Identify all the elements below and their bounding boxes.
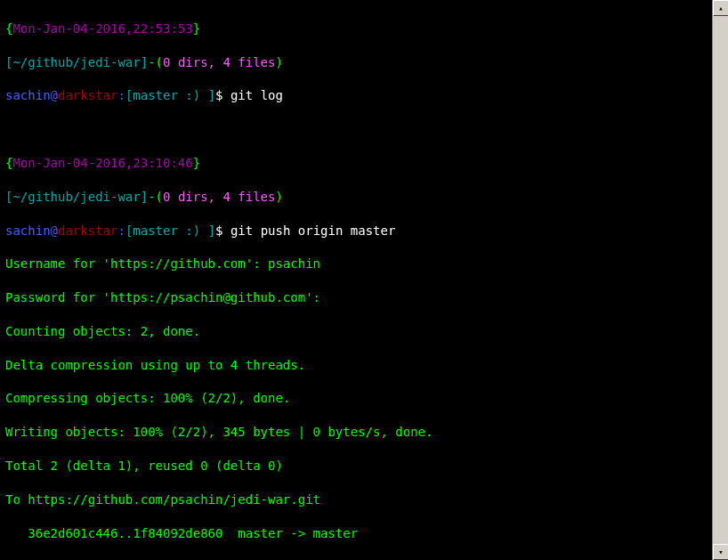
- cwd: ~/github/jedi-war: [12, 55, 140, 69]
- output-line: Password for 'https://psachin@github.com…: [5, 289, 707, 306]
- output-line: Total 2 (delta 1), reused 0 (delta 0): [5, 458, 707, 475]
- command-input[interactable]: git push origin master: [231, 223, 395, 238]
- cwd: ~/github/jedi-war: [12, 190, 140, 204]
- dir-stats: 0 dirs, 4 files: [163, 190, 275, 204]
- hostname: darkstar: [58, 88, 117, 102]
- output-line: Delta compression using up to 4 threads.: [5, 357, 707, 374]
- git-branch: master :): [133, 88, 207, 102]
- prompt-symbol: $: [215, 223, 222, 238]
- scrollbar[interactable]: ▴ ▾: [712, 0, 728, 560]
- output-line: To https://github.com/psachin/jedi-war.g…: [5, 491, 707, 508]
- timestamp: Mon-Jan-04-2016,23:10:46: [12, 156, 192, 170]
- timestamp: Mon-Jan-04-2016,22:53:53: [12, 21, 192, 36]
- output-line: 36e2d601c446..1f84092de860 master -> mas…: [5, 525, 707, 542]
- output-line: Counting objects: 2, done.: [5, 323, 707, 340]
- command-input[interactable]: git log: [231, 88, 283, 102]
- output-line: Writing objects: 100% (2/2), 345 bytes |…: [5, 424, 707, 441]
- prompt-symbol: $: [215, 88, 222, 102]
- username: sachin: [5, 223, 51, 238]
- git-branch: master :): [133, 223, 207, 238]
- scroll-down-button[interactable]: ▾: [713, 544, 728, 560]
- output-line: Compressing objects: 100% (2/2), done.: [5, 390, 707, 407]
- path-line: [~/github/jedi-war]-(0 dirs, 4 files): [5, 189, 707, 206]
- prompt-line: sachin@darkstar:[master :) ]$ git log: [5, 87, 707, 104]
- dir-stats: 0 dirs, 4 files: [163, 55, 275, 69]
- path-line: [~/github/jedi-war]-(0 dirs, 4 files): [5, 54, 707, 71]
- timestamp-line: {Mon-Jan-04-2016,22:53:53}: [5, 20, 707, 37]
- hostname: darkstar: [58, 223, 117, 238]
- terminal[interactable]: {Mon-Jan-04-2016,22:53:53} [~/github/jed…: [0, 0, 712, 560]
- blank-line: [5, 121, 707, 138]
- output-line: Username for 'https://github.com': psach…: [5, 256, 707, 272]
- prompt-line: sachin@darkstar:[master :) ]$ git push o…: [5, 223, 707, 239]
- timestamp-line: {Mon-Jan-04-2016,23:10:46}: [5, 155, 707, 172]
- username: sachin: [5, 88, 51, 102]
- scroll-up-button[interactable]: ▴: [713, 0, 728, 16]
- scroll-track[interactable]: [713, 16, 728, 544]
